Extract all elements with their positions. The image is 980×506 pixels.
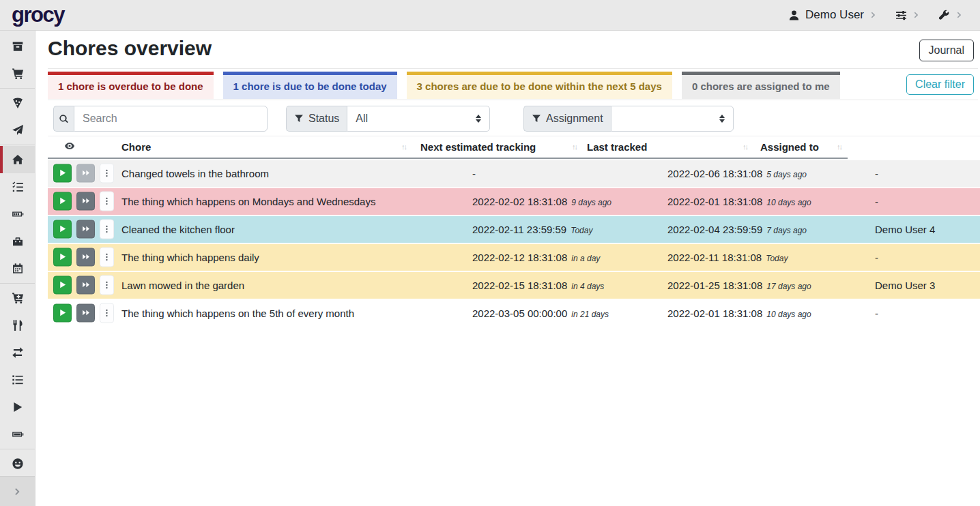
row-actions xyxy=(53,191,114,211)
sort-icon[interactable]: ↑↓ xyxy=(572,143,577,151)
funnel-icon xyxy=(532,114,541,123)
next-estimated-tracking: 2022-03-05 00:00:00in 21 days xyxy=(472,307,609,318)
sidebar-item-calendar[interactable] xyxy=(0,255,35,282)
table-row: The thing which happens on the 5th of ev… xyxy=(48,299,980,327)
relative-time: 10 days ago xyxy=(766,309,811,318)
chevron-right-icon xyxy=(955,11,964,19)
select-caret-icon xyxy=(476,115,481,123)
next-estimated-tracking: 2022-02-11 23:59:59Today xyxy=(472,223,592,235)
next-estimated-tracking: 2022-02-15 18:31:08in 4 days xyxy=(472,279,604,291)
track-chore-button[interactable] xyxy=(53,192,72,210)
row-actions xyxy=(53,247,114,267)
ellipsis-v-icon xyxy=(102,168,111,177)
column-header-last-tracked[interactable]: Last tracked xyxy=(587,141,647,153)
skip-chore-button[interactable] xyxy=(76,303,95,322)
sidebar-item-tasks[interactable] xyxy=(0,173,35,200)
play-icon xyxy=(59,197,67,205)
sidebar-item-purchase[interactable] xyxy=(0,284,35,312)
calendar-icon xyxy=(12,263,24,275)
sidebar-divider xyxy=(0,283,35,284)
filter-bar: Status All Assignment xyxy=(35,106,980,132)
last-tracked: 2022-02-06 18:31:085 days ago xyxy=(667,167,807,179)
filter-due-today-card[interactable]: 1 chore is due to be done today xyxy=(223,72,397,99)
sidebar-item-chores-overview[interactable] xyxy=(0,146,35,173)
play-icon xyxy=(59,253,67,261)
status-filter-select[interactable]: All xyxy=(347,106,490,132)
filter-overdue-card[interactable]: 1 chore is overdue to be done xyxy=(48,72,214,99)
filter-assigned-me-card[interactable]: 0 chores are assigned to me xyxy=(682,72,840,99)
track-chore-button[interactable] xyxy=(53,164,72,182)
track-chore-button[interactable] xyxy=(53,220,72,238)
column-header-assigned-to[interactable]: Assigned to xyxy=(760,141,819,153)
user-menu-label: Demo User xyxy=(805,8,864,22)
chore-name: The thing which happens on Mondays and W… xyxy=(121,195,375,207)
sidebar-item-transfer[interactable] xyxy=(0,339,35,366)
sidebar-item-chore-tracking[interactable] xyxy=(0,393,35,421)
eye-icon[interactable] xyxy=(64,140,75,151)
sidebar-divider xyxy=(0,88,35,89)
track-chore-button[interactable] xyxy=(53,303,72,322)
search-icon xyxy=(59,114,69,124)
chore-menu-button[interactable] xyxy=(100,303,114,323)
chore-menu-button[interactable] xyxy=(100,219,114,239)
sidebar-item-battery-tracking[interactable] xyxy=(0,421,35,448)
sidebar-item-recipes[interactable] xyxy=(0,89,35,117)
forward-icon xyxy=(82,281,90,289)
assignment-filter-select[interactable] xyxy=(611,106,734,132)
skip-chore-button[interactable] xyxy=(76,276,95,294)
utensils-icon xyxy=(12,319,24,331)
chore-menu-button[interactable] xyxy=(100,163,114,183)
clear-filter-button[interactable]: Clear filter xyxy=(906,74,974,95)
skip-chore-button[interactable] xyxy=(76,164,95,182)
assigned-to: - xyxy=(875,167,878,179)
select-caret-icon xyxy=(719,115,725,123)
journal-button[interactable]: Journal xyxy=(919,40,974,61)
skip-chore-button[interactable] xyxy=(76,192,95,210)
navbar-menus: Demo User xyxy=(788,0,964,30)
column-header-chore[interactable]: Chore xyxy=(121,141,151,153)
sidebar-item-stock-overview[interactable] xyxy=(0,33,35,60)
chore-name: The thing which happens daily xyxy=(121,251,259,263)
relative-time: Today xyxy=(571,225,592,235)
status-filter-group: Status All xyxy=(286,106,490,132)
filter-due-soon-card[interactable]: 3 chores are due to be done within the n… xyxy=(407,72,672,99)
forward-icon xyxy=(82,197,90,205)
skip-chore-button[interactable] xyxy=(76,248,95,266)
chevron-right-icon xyxy=(13,487,23,496)
sidebar-item-meal-plan[interactable] xyxy=(0,117,35,144)
user-icon xyxy=(788,10,800,21)
chore-menu-button[interactable] xyxy=(100,247,114,267)
last-tracked: 2022-02-11 18:31:08Today xyxy=(667,251,788,263)
sort-icon[interactable]: ↑↓ xyxy=(837,143,841,151)
search-input[interactable] xyxy=(74,106,268,132)
assigned-to: - xyxy=(875,195,878,207)
track-chore-button[interactable] xyxy=(53,248,72,266)
admin-menu[interactable] xyxy=(938,10,964,21)
wrench-icon xyxy=(938,10,950,21)
chore-menu-button[interactable] xyxy=(100,191,114,211)
sort-icon[interactable]: ↑↓ xyxy=(743,143,747,151)
page-title: Chores overview xyxy=(48,37,212,60)
skip-chore-button[interactable] xyxy=(76,220,95,238)
sidebar xyxy=(0,31,35,506)
track-chore-button[interactable] xyxy=(53,276,72,294)
sort-icon[interactable]: ↑↓ xyxy=(401,143,406,151)
sidebar-item-consume[interactable] xyxy=(0,312,35,339)
sidebar-item-inventory[interactable] xyxy=(0,366,35,393)
sidebar-item-shopping-list[interactable] xyxy=(0,60,35,87)
sidebar-divider xyxy=(0,145,35,145)
column-header-next-estimated-tracking[interactable]: Next estimated tracking xyxy=(420,141,536,153)
grocy-logo[interactable]: grocy xyxy=(12,3,64,27)
sidebar-item-equipment[interactable] xyxy=(0,228,35,255)
settings-menu[interactable] xyxy=(895,10,921,21)
forward-icon xyxy=(82,253,90,261)
sidebar-collapse-toggle[interactable] xyxy=(0,476,35,506)
chore-menu-button[interactable] xyxy=(100,275,114,295)
relative-time: in 21 days xyxy=(571,309,609,318)
table-body: Changed towels in the bathroom-2022-02-0… xyxy=(48,159,980,327)
next-estimated-tracking: 2022-02-12 18:31:08in a day xyxy=(472,251,600,263)
ellipsis-v-icon xyxy=(102,280,111,289)
sidebar-item-userentity-example[interactable] xyxy=(0,450,35,477)
user-menu[interactable]: Demo User xyxy=(788,8,878,22)
sidebar-item-batteries-overview[interactable] xyxy=(0,200,35,228)
